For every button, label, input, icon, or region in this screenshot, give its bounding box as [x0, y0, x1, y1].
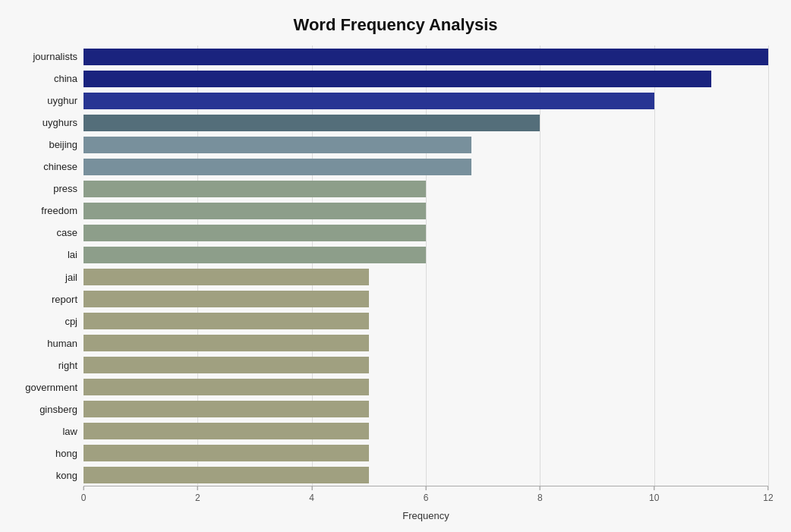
- x-tick: 4: [309, 486, 314, 503]
- bar-label: report: [2, 294, 77, 305]
- tick-line: [654, 486, 654, 490]
- bar-row: right: [84, 357, 768, 373]
- bar-label: press: [2, 183, 77, 194]
- bar: [84, 269, 369, 285]
- grid-line: [540, 46, 540, 486]
- bar: [84, 49, 768, 65]
- bar-row: beijing: [84, 137, 768, 153]
- bar: [84, 159, 471, 175]
- tick-label: 8: [537, 493, 543, 503]
- bar-label: hong: [2, 448, 77, 459]
- bar: [84, 247, 426, 263]
- bar-row: government: [84, 379, 768, 395]
- tick-line: [540, 486, 540, 490]
- grid-line: [197, 46, 198, 486]
- bar-label: uyghur: [2, 95, 77, 106]
- grid-line: [654, 46, 655, 486]
- bar-row: chinese: [84, 159, 768, 175]
- tick-line: [426, 486, 427, 490]
- bar: [84, 401, 369, 417]
- bar-label: journalists: [2, 51, 77, 62]
- x-tick: 10: [649, 486, 659, 503]
- tick-label: 0: [81, 493, 87, 503]
- bar-label: chinese: [2, 161, 77, 172]
- bar-label: case: [2, 227, 77, 238]
- bar: [84, 71, 711, 87]
- bar-row: press: [84, 181, 768, 197]
- chart-area: journalistschinauyghuruyghursbeijingchin…: [84, 46, 768, 486]
- bar-row: report: [84, 291, 768, 307]
- bar-label: beijing: [2, 139, 77, 150]
- bar-label: ginsberg: [2, 404, 77, 415]
- bar-label: lai: [2, 249, 77, 260]
- bar-label: right: [2, 360, 77, 371]
- bar-label: kong: [2, 470, 77, 481]
- bar-label: uyghurs: [2, 117, 77, 128]
- x-axis-label: Frequency: [84, 510, 768, 521]
- bar: [84, 313, 369, 329]
- bar-label: china: [2, 73, 77, 84]
- bar-label: government: [2, 382, 77, 393]
- tick-label: 6: [424, 493, 429, 503]
- bar-label: freedom: [2, 205, 77, 216]
- bar-row: human: [84, 335, 768, 351]
- x-tick: 6: [424, 486, 429, 503]
- tick-label: 12: [763, 493, 773, 503]
- bar: [84, 93, 654, 109]
- tick-label: 2: [195, 493, 200, 503]
- grid-line: [426, 46, 427, 486]
- bar-row: hong: [84, 445, 768, 461]
- bar: [84, 357, 369, 373]
- bar-row: freedom: [84, 203, 768, 219]
- bar: [84, 379, 369, 395]
- tick-line: [767, 486, 768, 490]
- tick-label: 4: [309, 493, 314, 503]
- bar: [84, 291, 369, 307]
- bar-row: jail: [84, 269, 768, 285]
- x-tick: 8: [537, 486, 543, 503]
- x-tick: 0: [81, 486, 87, 503]
- x-tick: 12: [763, 486, 773, 503]
- chart-container: Word Frequency Analysis journalistschina…: [0, 0, 791, 532]
- bar: [84, 225, 426, 241]
- bar-label: human: [2, 338, 77, 349]
- bar-label: jail: [2, 272, 77, 283]
- bar: [84, 423, 369, 439]
- bar: [84, 203, 426, 219]
- tick-line: [311, 486, 312, 490]
- bar-label: law: [2, 426, 77, 437]
- bar: [84, 115, 540, 131]
- tick-line: [197, 486, 198, 490]
- bar: [84, 137, 471, 153]
- bar: [84, 181, 426, 197]
- bar: [84, 467, 369, 483]
- bar: [84, 445, 369, 461]
- bar-row: lai: [84, 247, 768, 263]
- bar: [84, 335, 369, 351]
- bar-row: journalists: [84, 49, 768, 65]
- chart-title: Word Frequency Analysis: [0, 15, 791, 35]
- bar-row: ginsberg: [84, 401, 768, 417]
- grid-line: [312, 46, 313, 486]
- bar-row: china: [84, 71, 768, 87]
- grid-line: [768, 46, 769, 486]
- bar-row: case: [84, 225, 768, 241]
- bar-label: cpj: [2, 316, 77, 327]
- bar-row: uyghurs: [84, 115, 768, 131]
- bar-row: law: [84, 423, 768, 439]
- tick-label: 10: [649, 493, 659, 503]
- bar-row: kong: [84, 467, 768, 483]
- x-tick: 2: [195, 486, 200, 503]
- bars-wrapper: journalistschinauyghuruyghursbeijingchin…: [84, 46, 768, 486]
- x-ticks: 024681012: [84, 486, 768, 502]
- bar-row: uyghur: [84, 93, 768, 109]
- tick-line: [84, 486, 84, 490]
- bar-row: cpj: [84, 313, 768, 329]
